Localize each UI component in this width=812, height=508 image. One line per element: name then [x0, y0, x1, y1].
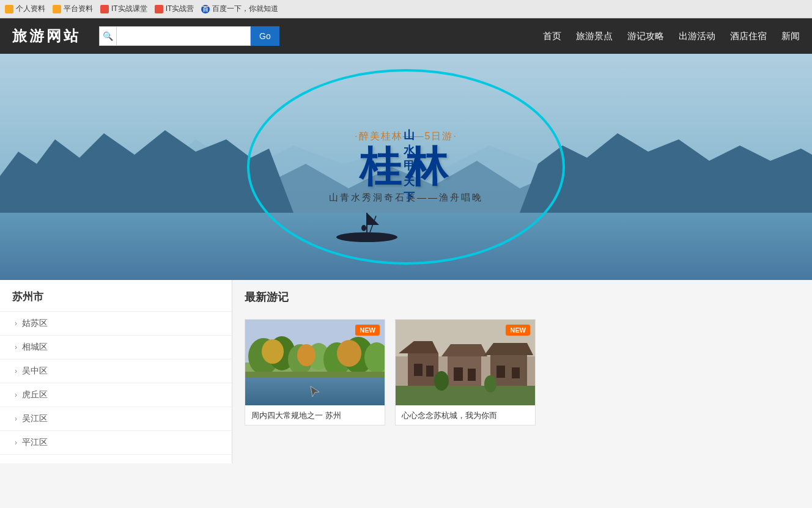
sidebar-arrow-xiangcheng: ›	[15, 343, 17, 352]
content-area: 苏州市 › 姑苏区 › 相城区 › 吴中区 › 虎丘区 › 吴江区 › 平江区 …	[0, 280, 812, 463]
nav-activities[interactable]: 出游活动	[679, 31, 715, 42]
bookmark-it-class[interactable]: IT实战课堂	[100, 4, 147, 14]
search-icon-box: 🔍	[99, 26, 116, 46]
sidebar: 苏州市 › 姑苏区 › 相城区 › 吴中区 › 虎丘区 › 吴江区 › 平江区	[0, 280, 232, 463]
sidebar-item-xiangcheng[interactable]: › 相城区	[0, 336, 232, 359]
cards-row: NEW 周内四大常规地之一 苏州	[245, 319, 800, 425]
svg-rect-39	[396, 386, 535, 405]
bookmark-label-platform: 平台资料	[64, 4, 93, 14]
bookmark-it-camp[interactable]: IT实战营	[155, 4, 194, 14]
bookmark-icon-baidu: 百	[201, 5, 210, 13]
svg-rect-24	[245, 372, 385, 378]
nav-news[interactable]: 新闻	[781, 31, 800, 42]
sidebar-label-wujiang: 吴江区	[22, 413, 48, 424]
bookmarks-bar: 个人资料 平台资料 IT实战课堂 IT实战营 百 百度一下，你就知道	[0, 0, 812, 18]
bookmark-platform[interactable]: 平台资料	[53, 4, 93, 14]
card-image-2: NEW	[396, 320, 535, 405]
search-form: 🔍 Go	[99, 26, 279, 46]
svg-rect-34	[468, 369, 476, 381]
sidebar-item-wuzhong[interactable]: › 吴中区	[0, 359, 232, 383]
svg-rect-31	[448, 356, 481, 387]
bookmark-icon-it-camp	[155, 5, 163, 13]
nav-hotels[interactable]: 酒店住宿	[730, 31, 767, 42]
sidebar-arrow-wuzhong: ›	[15, 367, 17, 375]
sidebar-item-pingjiang[interactable]: › 平江区	[0, 431, 232, 455]
sidebar-label-huqiu: 虎丘区	[22, 389, 48, 400]
section-title: 最新游记	[245, 290, 800, 309]
bookmark-label-baidu: 百度一下，你就知道	[212, 4, 278, 14]
search-icon: 🔍	[103, 31, 113, 41]
svg-rect-33	[454, 367, 463, 381]
card-1-title: 周内四大常规地之一 苏州	[245, 405, 385, 425]
sidebar-label-wuzhong: 吴中区	[22, 366, 48, 377]
bookmark-label-it-camp: IT实战营	[166, 4, 194, 14]
svg-rect-37	[496, 366, 505, 378]
card-1-badge: NEW	[355, 325, 380, 336]
bookmark-baidu[interactable]: 百 百度一下，你就知道	[201, 4, 278, 14]
sidebar-arrow-pingjiang: ›	[15, 438, 17, 447]
banner-side-text: 山 水 甲 天 下	[404, 128, 416, 205]
svg-rect-38	[512, 367, 520, 378]
svg-point-21	[297, 344, 316, 366]
bookmark-label-personal: 个人资料	[16, 4, 45, 14]
card-2[interactable]: NEW 心心念念苏杭城，我为你而	[395, 319, 536, 425]
svg-rect-29	[414, 364, 423, 376]
card-2-badge: NEW	[506, 325, 530, 336]
sidebar-item-wujiang[interactable]: › 吴江区	[0, 407, 232, 431]
bookmark-label-it-class: IT实战课堂	[111, 4, 147, 14]
sidebar-arrow-huqiu: ›	[15, 391, 17, 399]
bookmark-personal[interactable]: 个人资料	[5, 4, 45, 14]
svg-point-20	[262, 339, 284, 364]
bookmark-icon-platform	[53, 5, 61, 13]
nav-scenic[interactable]: 旅游景点	[576, 31, 613, 42]
sidebar-label-pingjiang: 平江区	[22, 437, 48, 448]
svg-rect-30	[426, 366, 434, 377]
card-2-title: 心心念念苏杭城，我为你而	[396, 405, 535, 425]
sidebar-arrow-wujiang: ›	[15, 414, 17, 423]
svg-point-41	[484, 375, 496, 392]
svg-rect-27	[408, 353, 438, 387]
nav-travel-notes[interactable]: 游记攻略	[627, 31, 664, 42]
nav-home[interactable]: 首页	[543, 31, 561, 42]
hero-banner: ·醉美桂林——5日游· 桂林 山 水 甲 天 下 山青水秀洞奇石美——渔舟唱晚	[0, 54, 812, 280]
bookmark-icon-personal	[5, 5, 13, 13]
svg-point-22	[337, 340, 361, 367]
sidebar-arrow-gushu: ›	[15, 319, 17, 328]
site-header: 旅游网站 🔍 Go 首页 旅游景点 游记攻略 出游活动 酒店住宿 新闻	[0, 18, 812, 54]
sidebar-item-huqiu[interactable]: › 虎丘区	[0, 383, 232, 407]
search-button[interactable]: Go	[251, 26, 279, 46]
main-nav: 首页 旅游景点 游记攻略 出游活动 酒店住宿 新闻	[543, 31, 800, 42]
sidebar-label-xiangcheng: 相城区	[22, 342, 48, 353]
svg-point-40	[434, 371, 449, 391]
search-input[interactable]	[116, 26, 251, 46]
card-1[interactable]: NEW 周内四大常规地之一 苏州	[245, 319, 385, 425]
bookmark-icon-it-class	[100, 5, 109, 13]
card-image-1: NEW	[245, 320, 385, 405]
banner-oval-frame: ·醉美桂林——5日游· 桂林 山 水 甲 天 下 山青水秀洞奇石美——渔舟唱晚	[247, 69, 565, 265]
site-logo: 旅游网站	[12, 26, 81, 46]
sidebar-label-gushu: 姑苏区	[22, 318, 48, 329]
sidebar-item-gushu[interactable]: › 姑苏区	[0, 312, 232, 336]
sidebar-title: 苏州市	[0, 280, 232, 312]
main-content: 最新游记	[232, 280, 812, 463]
